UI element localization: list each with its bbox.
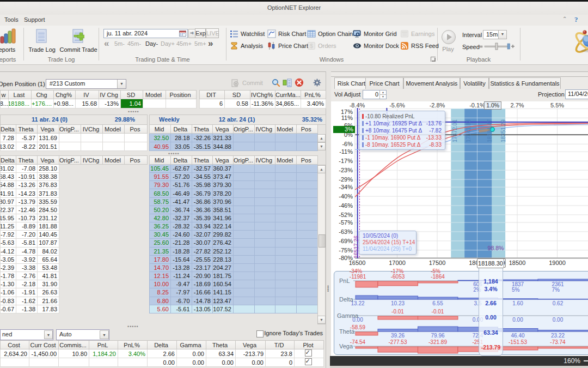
expiry2-right-mid-cell[interactable]: 91.55 [150, 173, 171, 181]
summary-right-header[interactable]: IVChg% [250, 91, 275, 99]
expiry2-left-cell[interactable]: -1.30 [1, 280, 16, 288]
expiry2-left-cell[interactable]: 53.48 [38, 263, 59, 272]
expiry2-right-cell[interactable]: -41.47 [171, 197, 192, 206]
expiry2-left-cell[interactable]: -8.89 [16, 222, 38, 231]
expiry2-right-cell[interactable] [296, 239, 318, 247]
expiry1-right-mid-cell[interactable]: 40.95 [150, 142, 171, 151]
expiry2-right-cell[interactable] [254, 214, 275, 222]
expiry2-right-cell[interactable] [234, 305, 255, 313]
splitter-dots[interactable]: ••••• [127, 325, 139, 328]
mode-combo[interactable]: Auto▼ [56, 329, 109, 340]
expiry2-right-cell[interactable] [254, 272, 275, 280]
expiry2-left-cell[interactable]: 17.83 [38, 305, 59, 313]
expiry2-left-cell[interactable]: -5.81 [16, 239, 38, 247]
expiry1-left-cell[interactable] [103, 134, 125, 142]
expiry2-right-cell[interactable]: -32.07 [192, 231, 213, 239]
expiry2-right-cell[interactable] [234, 280, 255, 288]
expiry1-right-cell[interactable]: 321.33 [213, 134, 234, 142]
expiry1-right-header[interactable]: Vega [213, 125, 234, 134]
live-toggle-button[interactable]: LIVE [206, 28, 219, 38]
interval-dropdown-icon[interactable]: ▼ [498, 30, 507, 39]
scroll-thumb[interactable] [318, 234, 326, 248]
commit-trade-button[interactable]: Commit Trade [55, 27, 102, 55]
expiry2-left-cell[interactable]: -1.38 [16, 305, 38, 313]
expiry2-right-cell[interactable]: 378.20 [213, 189, 234, 197]
help-icon[interactable]: ? [574, 15, 578, 24]
zoom-position-icon[interactable] [272, 79, 280, 87]
summary-left-header[interactable]: IV Chg [99, 91, 121, 99]
expiry2-right-cell[interactable]: -18.28 [171, 247, 192, 255]
expiry2-right-cell[interactable] [296, 165, 318, 173]
expiry2-right-cell[interactable] [254, 247, 275, 255]
projection-date-field[interactable]: 11/04/202 [565, 89, 588, 99]
expiry2-right-cell[interactable]: -35.39 [192, 214, 213, 222]
plot-checkbox[interactable] [305, 349, 312, 357]
expiry1-left-header[interactable]: IVChg [81, 125, 103, 134]
calendar-icon[interactable] [179, 30, 186, 37]
expiry2-right-mid-cell[interactable]: 30.45 [150, 231, 171, 239]
expiry2-right-cell[interactable]: -20.90 [192, 272, 213, 280]
expiry1-right-cell[interactable]: 28.18 [171, 134, 192, 142]
expiry2-right-mid-cell[interactable]: 105.45 [150, 165, 171, 173]
expiry2-right-mid-cell[interactable]: 42.80 [150, 214, 171, 222]
panel-splitter[interactable]: •••• [326, 71, 331, 368]
expiry2-left-cell[interactable]: -10.73 [16, 214, 38, 222]
expiry2-right-mid-cell[interactable]: 12.15 [150, 272, 171, 280]
expiry2-left-cell[interactable]: -10.91 [16, 173, 38, 181]
expiry2-right-mid-cell[interactable]: 17.80 [150, 255, 171, 263]
expiry2-right-cell[interactable]: -13.05 [192, 305, 213, 313]
spin-up-icon[interactable]: ▲ [379, 91, 386, 95]
expiry2-right-cell[interactable]: 252.12 [213, 247, 234, 255]
step-back-icon[interactable]: « [104, 38, 109, 49]
expiry2-right-mid-cell[interactable]: 79.30 [150, 181, 171, 189]
totals-cell[interactable]: 10.80 [59, 349, 89, 358]
scroll-down-icon[interactable]: ▼ [317, 316, 326, 324]
expiry2-right-cell[interactable]: -15.64 [171, 255, 192, 263]
spin-down-icon[interactable]: ▼ [379, 95, 386, 99]
expiry2-right-cell[interactable] [275, 165, 297, 173]
expiry2-left-cell[interactable]: 284.50 [38, 206, 59, 214]
speed-slider[interactable] [479, 42, 516, 51]
expiry1-left-header[interactable]: Theta [16, 125, 38, 134]
expiry2-right-cell[interactable] [254, 206, 275, 214]
expiry2-right-cell[interactable] [275, 280, 297, 288]
expiry2-left-cell[interactable]: -1.06 [1, 288, 16, 297]
expiry1-right-cell[interactable] [296, 134, 318, 142]
expiry2-right-cell[interactable] [275, 189, 297, 197]
expiry1-left-cell[interactable] [59, 142, 81, 151]
expiry1-left-cell[interactable]: -5.37 [16, 134, 38, 142]
expiry2-right-cell[interactable] [254, 255, 275, 263]
expiry2-left-cell[interactable]: 338.38 [38, 173, 59, 181]
expiry2-left-cell[interactable]: 258.10 [38, 165, 59, 173]
expiry2-right-cell[interactable]: 322.14 [213, 222, 234, 231]
expiry2-left-cell[interactable]: 26.63 [38, 288, 59, 297]
expiry2-left-cell[interactable]: -1.62 [16, 297, 38, 305]
expiry2-left-cell[interactable]: 231.12 [38, 214, 59, 222]
expiry2-right-cell[interactable] [254, 181, 275, 189]
expiry2-left-cell[interactable]: -15.95 [1, 214, 16, 222]
summary-left-header[interactable]: Chg [32, 91, 54, 99]
expiry2-right-cell[interactable]: -7.97 [171, 288, 192, 297]
add-to-watchlist-icon[interactable] [283, 79, 292, 87]
totals-cell[interactable]: 2.66 [148, 349, 177, 358]
tab-price-chart[interactable]: Price Chart [365, 77, 403, 89]
summary-left-header[interactable]: Chg% [54, 91, 76, 99]
expiry2-left-cell[interactable]: -22.37 [1, 206, 16, 214]
expiry2-right-cell[interactable]: 379.30 [213, 181, 234, 189]
expiry2-right-cell[interactable] [234, 247, 255, 255]
totals-cell[interactable] [295, 358, 324, 367]
expiry2-right-cell[interactable] [234, 222, 255, 231]
expiry2-left-cell[interactable]: -3.92 [16, 255, 38, 263]
expiry1-right-header[interactable]: Mid [150, 125, 171, 134]
totals-header[interactable]: Commis... [59, 341, 89, 349]
expiry2-right-header[interactable]: Theta [192, 156, 213, 165]
summary-right-header[interactable]: PnL% [301, 91, 326, 99]
expiry2-right-cell[interactable] [275, 206, 297, 214]
expiry2-right-cell[interactable] [234, 206, 255, 214]
expiry2-right-cell[interactable] [234, 197, 255, 206]
scroll-down-icon[interactable]: ▼ [317, 142, 326, 150]
expiry2-right-cell[interactable]: -5.61 [171, 305, 192, 313]
expiry2-right-cell[interactable]: -57.20 [171, 173, 192, 181]
expiry1-left-cell[interactable] [81, 134, 103, 142]
expiry2-right-cell[interactable] [296, 231, 318, 239]
